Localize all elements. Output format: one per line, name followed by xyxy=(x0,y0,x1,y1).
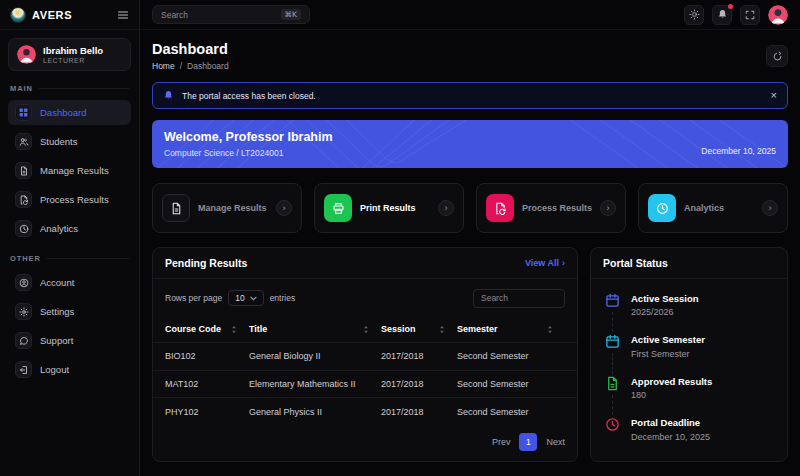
cell-semester: Second Semester xyxy=(457,407,565,417)
status-value: December 10, 2025 xyxy=(631,432,710,442)
prev-page-button[interactable]: Prev xyxy=(492,437,511,447)
sidebar-item-label: Analytics xyxy=(40,223,78,234)
page-header: Dashboard Home / Dashboard xyxy=(152,41,788,71)
cell-title: Elementary Mathematics II xyxy=(249,379,381,389)
action-label: Manage Results xyxy=(198,203,268,213)
bell-icon xyxy=(717,9,728,20)
notification-dot xyxy=(728,4,733,9)
table-row[interactable]: BIO102 General Biology II 2017/2018 Seco… xyxy=(153,342,577,370)
sidebar-item-label: Students xyxy=(40,136,78,147)
notifications-button[interactable] xyxy=(712,5,732,25)
sidebar-item-analytics[interactable]: Analytics xyxy=(8,216,131,241)
status-item-active-semester: Active Semester First Semester xyxy=(605,334,773,375)
sidebar-item-support[interactable]: Support xyxy=(8,328,131,353)
sidebar-item-label: Account xyxy=(40,277,74,288)
clock-icon xyxy=(15,220,32,237)
breadcrumb-home[interactable]: Home xyxy=(152,61,175,71)
rows-per-page-select[interactable]: 10 xyxy=(228,290,263,306)
chevron-right-icon: › xyxy=(762,200,778,216)
status-label: Active Session xyxy=(631,293,699,304)
chevron-right-icon: › xyxy=(562,258,565,268)
alert-banner: The portal access has been closed. × xyxy=(152,82,788,109)
manage-results-card[interactable]: Manage Results › xyxy=(152,183,302,233)
profile-card[interactable]: Ibrahim Bello LECTURER xyxy=(8,38,131,71)
sidebar-item-label: Dashboard xyxy=(40,107,86,118)
sidebar-section-main: MAIN xyxy=(0,73,139,98)
document-icon xyxy=(15,162,32,179)
portal-status-header: Portal Status xyxy=(591,248,787,279)
alert-message: The portal access has been closed. xyxy=(182,91,316,101)
column-header-semester[interactable]: Semester xyxy=(457,324,565,334)
grid-icon xyxy=(15,104,32,121)
close-icon[interactable]: × xyxy=(771,90,777,101)
refresh-icon xyxy=(772,51,783,62)
cell-session: 2017/2018 xyxy=(381,351,457,361)
students-icon xyxy=(15,133,32,150)
next-page-button[interactable]: Next xyxy=(546,437,565,447)
alert-bell-icon xyxy=(163,90,174,101)
table-search-input[interactable] xyxy=(473,289,565,308)
print-results-card[interactable]: Print Results › xyxy=(314,183,464,233)
table-header-row: Course Code Title Session Semester xyxy=(153,317,577,343)
calendar-icon xyxy=(605,334,620,349)
sidebar-item-students[interactable]: Students xyxy=(8,129,131,154)
chevron-right-icon: › xyxy=(600,200,616,216)
document-sync-icon xyxy=(15,191,32,208)
chevron-down-icon xyxy=(250,296,257,301)
breadcrumb-current: Dashboard xyxy=(187,61,229,71)
view-all-link[interactable]: View All› xyxy=(525,258,565,268)
global-search[interactable]: ⌘K xyxy=(152,5,310,24)
column-header-session[interactable]: Session xyxy=(381,324,457,334)
sidebar-header: AVERS xyxy=(0,0,139,30)
sidebar-item-label: Support xyxy=(40,335,73,346)
sidebar-toggle-icon[interactable] xyxy=(117,9,129,21)
refresh-button[interactable] xyxy=(766,45,788,67)
chat-icon xyxy=(15,332,32,349)
sidebar-item-process-results[interactable]: Process Results xyxy=(8,187,131,212)
table-row[interactable]: PHY102 General Physics II 2017/2018 Seco… xyxy=(153,397,577,425)
table-row[interactable]: MAT102 Elementary Mathematics II 2017/20… xyxy=(153,370,577,398)
sidebar-item-account[interactable]: Account xyxy=(8,270,131,295)
logout-icon xyxy=(15,361,32,378)
document-icon xyxy=(162,194,190,222)
cell-title: General Physics II xyxy=(249,407,381,417)
pagination: Prev 1 Next xyxy=(153,425,577,461)
column-header-course-code[interactable]: Course Code xyxy=(165,324,249,334)
cell-semester: Second Semester xyxy=(457,351,565,361)
portal-status-list: Active Session 2025/2026 Active Semester… xyxy=(591,279,787,452)
content: Dashboard Home / Dashboard The portal ac… xyxy=(140,30,800,476)
sidebar-item-settings[interactable]: Settings xyxy=(8,299,131,324)
welcome-banner: Welcome, Professor Ibrahim Computer Scie… xyxy=(152,120,788,168)
process-results-card[interactable]: Process Results › xyxy=(476,183,626,233)
topbar-avatar[interactable] xyxy=(768,5,788,25)
document-sync-icon xyxy=(486,194,514,222)
status-item-active-session: Active Session 2025/2026 xyxy=(605,293,773,334)
theme-toggle-button[interactable] xyxy=(684,5,704,25)
search-input[interactable] xyxy=(161,10,275,20)
sort-icon xyxy=(231,325,237,334)
pending-results-panel: Pending Results View All› Rows per page … xyxy=(152,247,578,462)
rows-per-page-label: Rows per page xyxy=(165,293,222,303)
status-value: 2025/2026 xyxy=(631,307,699,317)
cell-session: 2017/2018 xyxy=(381,379,457,389)
clock-icon xyxy=(648,194,676,222)
analytics-card[interactable]: Analytics › xyxy=(638,183,788,233)
avatar xyxy=(17,45,36,64)
cell-course-code: PHY102 xyxy=(165,407,249,417)
sidebar-item-manage-results[interactable]: Manage Results xyxy=(8,158,131,183)
page-number-button[interactable]: 1 xyxy=(519,433,537,451)
status-item-approved-results: Approved Results 180 xyxy=(605,376,773,417)
sidebar-item-logout[interactable]: Logout xyxy=(8,357,131,382)
fullscreen-button[interactable] xyxy=(740,5,760,25)
main-area: ⌘K Dashboard Home xyxy=(140,0,800,476)
sort-icon xyxy=(547,325,553,334)
topbar: ⌘K xyxy=(140,0,800,30)
column-header-title[interactable]: Title xyxy=(249,324,381,334)
file-icon xyxy=(605,376,620,391)
user-circle-icon xyxy=(15,274,32,291)
cell-semester: Second Semester xyxy=(457,379,565,389)
sidebar-item-dashboard[interactable]: Dashboard xyxy=(8,100,131,125)
chevron-right-icon: › xyxy=(438,200,454,216)
action-label: Print Results xyxy=(360,203,430,213)
calendar-icon xyxy=(605,293,620,308)
